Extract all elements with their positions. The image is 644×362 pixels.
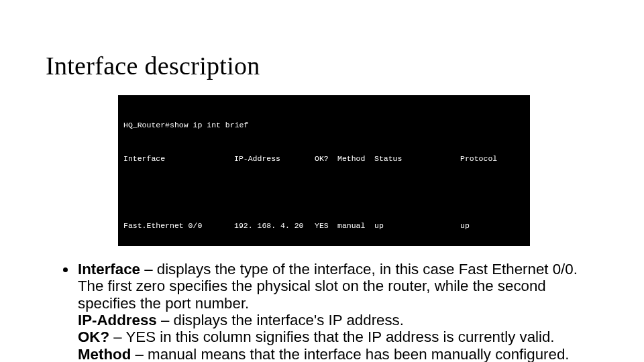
definition-desc: – displays the type of the interface, in… bbox=[78, 261, 578, 312]
definition-line: IP-Address – displays the interface's IP… bbox=[78, 312, 585, 328]
col-method: Method bbox=[337, 154, 374, 165]
col-ok: OK? bbox=[315, 154, 337, 165]
terminal-prompt: HQ_Router# bbox=[123, 121, 170, 129]
slide-title: Interface description bbox=[46, 51, 600, 80]
definition-line: Method – manual means that the interface… bbox=[78, 346, 585, 362]
definition-line: OK? – YES in this column signifies that … bbox=[78, 328, 585, 345]
cell-ok: YES bbox=[315, 221, 337, 232]
cell-method: manual bbox=[337, 221, 374, 232]
definition-term: Method bbox=[78, 346, 131, 362]
definition-term: Interface bbox=[78, 261, 140, 278]
cell-protocol: up bbox=[460, 221, 525, 232]
definitions-block: Interface – displays the type of the int… bbox=[55, 261, 585, 362]
terminal-data-row: Fast.Ethernet 0/0 192. 168. 4. 20 YES ma… bbox=[123, 221, 525, 232]
cell-status: up bbox=[374, 221, 460, 232]
definition-desc: – manual means that the interface has be… bbox=[78, 346, 569, 362]
definition-line: Interface – displays the type of the int… bbox=[78, 261, 585, 312]
col-ip: IP-Address bbox=[234, 154, 315, 165]
definition-desc: – YES in this column signifies that the … bbox=[109, 328, 554, 345]
col-interface: Interface bbox=[123, 154, 234, 165]
terminal-command: show ip int brief bbox=[170, 121, 248, 129]
definition-desc: – displays the interface's IP address. bbox=[157, 312, 404, 328]
col-status: Status bbox=[374, 154, 460, 165]
terminal-output: HQ_Router#show ip int brief Interface IP… bbox=[118, 95, 530, 246]
col-protocol: Protocol bbox=[460, 154, 525, 165]
terminal-blank-line bbox=[123, 187, 525, 198]
definition-term: IP-Address bbox=[78, 312, 157, 328]
cell-ip: 192. 168. 4. 20 bbox=[234, 221, 315, 232]
terminal-header-row: Interface IP-Address OK? Method Status P… bbox=[123, 154, 525, 165]
definition-term: OK? bbox=[78, 328, 109, 345]
cell-interface: Fast.Ethernet 0/0 bbox=[123, 221, 234, 232]
terminal-command-line: HQ_Router#show ip int brief bbox=[123, 120, 525, 131]
definitions-list-item: Interface – displays the type of the int… bbox=[76, 261, 585, 362]
